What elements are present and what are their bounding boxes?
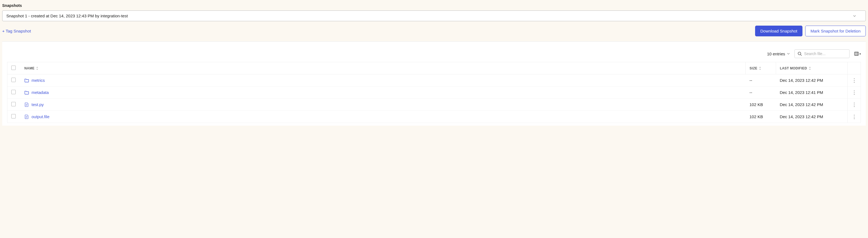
row-checkbox[interactable]	[11, 102, 16, 106]
search-icon	[798, 52, 802, 56]
table-row: metadata -- Dec 14, 2023 12:41 PM ⋮	[7, 87, 861, 99]
file-name-link[interactable]: metrics	[32, 78, 45, 83]
row-actions-menu[interactable]: ⋮	[852, 102, 857, 108]
mark-for-deletion-button[interactable]: Mark Snapshot for Deletion	[805, 26, 866, 36]
file-modified: Dec 14, 2023 12:41 PM	[776, 87, 848, 99]
table-row: output.file 102 KB Dec 14, 2023 12:42 PM…	[7, 111, 861, 123]
row-actions-menu[interactable]: ⋮	[852, 78, 857, 83]
download-snapshot-button[interactable]: Download Snapshot	[755, 26, 802, 36]
file-size: --	[746, 87, 776, 99]
svg-line-1	[801, 55, 802, 56]
sort-icon	[809, 67, 811, 70]
file-size: 102 KB	[746, 111, 776, 123]
svg-point-0	[798, 52, 801, 55]
file-size: --	[746, 75, 776, 87]
column-header-modified[interactable]: Last Modified	[776, 62, 848, 75]
file-name-link[interactable]: output.file	[32, 114, 50, 119]
file-modified: Dec 14, 2023 12:42 PM	[776, 99, 848, 111]
snapshot-select[interactable]: Snapshot 1 - created at Dec 14, 2023 12:…	[2, 10, 866, 21]
table-row: metrics -- Dec 14, 2023 12:42 PM ⋮	[7, 75, 861, 87]
search-input[interactable]	[804, 52, 846, 56]
column-header-size[interactable]: Size	[746, 62, 776, 75]
file-size: 102 KB	[746, 99, 776, 111]
file-name-link[interactable]: metadata	[32, 90, 49, 95]
svg-rect-2	[855, 52, 858, 55]
snapshot-select-value: Snapshot 1 - created at Dec 14, 2023 12:…	[6, 13, 128, 18]
columns-button[interactable]: ▾	[854, 51, 861, 56]
entries-select[interactable]: 10 entries	[767, 52, 790, 56]
sort-icon	[759, 67, 761, 70]
caret-down-icon: ▾	[860, 52, 861, 55]
file-modified: Dec 14, 2023 12:42 PM	[776, 111, 848, 123]
file-table: Name Size	[7, 62, 861, 123]
table-row: test.py 102 KB Dec 14, 2023 12:42 PM ⋮	[7, 99, 861, 111]
file-panel: 10 entries ▾	[2, 41, 866, 126]
row-actions-menu[interactable]: ⋮	[852, 114, 857, 120]
row-checkbox[interactable]	[11, 114, 16, 118]
section-title: Snapshots	[2, 3, 866, 8]
search-box[interactable]	[795, 49, 849, 58]
chevron-down-icon	[853, 14, 856, 18]
tag-snapshot-link[interactable]: + Tag Snapshot	[2, 29, 31, 33]
folder-icon	[25, 90, 29, 95]
chevron-down-icon	[787, 52, 790, 55]
row-checkbox[interactable]	[11, 78, 16, 82]
file-name-link[interactable]: test.py	[32, 102, 44, 107]
file-icon	[25, 102, 29, 107]
entries-label: 10 entries	[767, 52, 785, 56]
row-checkbox[interactable]	[11, 90, 16, 94]
select-all-checkbox[interactable]	[11, 65, 16, 70]
folder-icon	[25, 78, 29, 83]
file-modified: Dec 14, 2023 12:42 PM	[776, 75, 848, 87]
file-icon	[25, 115, 29, 119]
sort-icon	[36, 67, 38, 70]
columns-icon	[854, 51, 859, 56]
row-actions-menu[interactable]: ⋮	[852, 90, 857, 95]
column-header-name[interactable]: Name	[21, 62, 746, 75]
